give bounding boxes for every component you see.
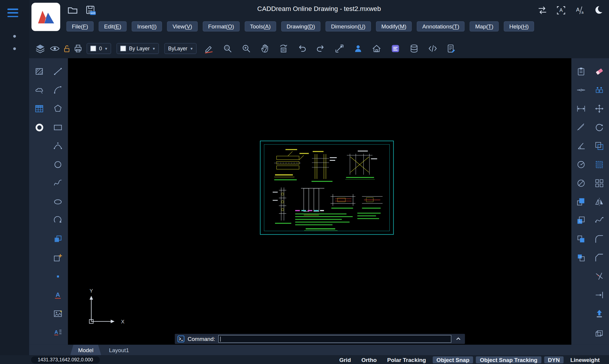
redo-button[interactable] [315, 43, 327, 54]
line-tool[interactable] [52, 66, 63, 77]
menu-modify[interactable]: Modify(M) [376, 21, 412, 31]
spline-tool[interactable] [52, 178, 63, 189]
main-toolbar: 0 ▾ By Layer ▾ ByLayer ▾ 90 [29, 39, 609, 58]
color-dropdown[interactable]: By Layer ▾ [116, 43, 159, 54]
toggle-dyn[interactable]: DYN [544, 356, 564, 363]
arc-tool[interactable] [52, 85, 63, 96]
menu-help[interactable]: Help(H) [504, 21, 534, 31]
distance-tool[interactable] [576, 103, 586, 114]
break-tool[interactable] [576, 85, 586, 96]
trim-tool[interactable] [594, 271, 605, 282]
toggle-ortho[interactable]: Ortho [357, 356, 381, 363]
undo-button[interactable] [296, 43, 308, 54]
array-tool[interactable] [594, 178, 605, 189]
donut-tool[interactable] [34, 122, 45, 133]
create-block-tool[interactable] [52, 252, 63, 263]
menu-tools[interactable]: Tools(A) [244, 21, 276, 31]
menu-dimension[interactable]: Dimension(U) [326, 21, 371, 31]
selection-window-tool[interactable] [594, 159, 605, 170]
drawing-canvas[interactable]: Y X Command: [68, 58, 571, 345]
layers-panel-button[interactable] [34, 43, 46, 54]
menu-insert[interactable]: Insert(I) [132, 21, 162, 31]
tab-model[interactable]: Model [70, 345, 101, 355]
zoom-window-button[interactable] [222, 43, 233, 54]
layer-color-swatch [90, 46, 96, 51]
database-button[interactable] [408, 43, 420, 54]
menu-map[interactable]: Map(T) [470, 21, 499, 31]
bring-above-tool[interactable] [576, 234, 586, 245]
fillet-tool[interactable] [594, 234, 605, 245]
toggle-lineweight[interactable]: Lineweight [566, 356, 603, 363]
print-button[interactable] [72, 43, 84, 54]
tab-layout1[interactable]: Layout1 [101, 345, 137, 355]
text-tool[interactable]: A [52, 290, 63, 301]
toggle-object-snap-tracking[interactable]: Object Snap Tracking [476, 356, 541, 363]
insert-block-tool[interactable] [52, 234, 63, 245]
menu-drawing[interactable]: Drawing(D) [281, 21, 321, 31]
user-button[interactable] [352, 43, 364, 54]
order-up-tool[interactable] [594, 308, 605, 319]
svg-text:Y: Y [89, 288, 93, 294]
rotate-90-button[interactable]: 90 [278, 43, 289, 54]
erase-tool[interactable] [594, 66, 605, 77]
find-text-icon[interactable]: A [555, 5, 566, 16]
zoom-extents-button[interactable] [240, 43, 252, 54]
revolve-tool[interactable] [52, 215, 63, 226]
hatch-tool[interactable] [34, 66, 45, 77]
radius-dimension-tool[interactable] [576, 159, 586, 170]
toggle-polar-tracking[interactable]: Polar Tracking [383, 356, 430, 363]
menu-edit[interactable]: Edit(E) [99, 21, 127, 31]
revision-cloud-tool[interactable] [34, 85, 45, 96]
layer-lock-button[interactable] [60, 43, 72, 54]
offset-tool[interactable] [594, 140, 605, 151]
circle-tool[interactable] [52, 159, 63, 170]
measure-tool[interactable] [576, 122, 586, 133]
table-tool[interactable] [34, 103, 45, 114]
toggle-grid[interactable]: Grid [335, 356, 355, 363]
sync-arrows-icon[interactable] [537, 5, 548, 16]
menu-format[interactable]: Format(O) [203, 21, 239, 31]
svg-text:X: X [121, 319, 124, 325]
send-below-tool[interactable] [576, 252, 586, 263]
menu-annotations[interactable]: Annotations(T) [417, 21, 465, 31]
menu-file[interactable]: File(F) [66, 21, 94, 31]
mirror-tool[interactable] [594, 196, 605, 207]
edit-spline-tool[interactable] [594, 215, 605, 226]
command-input[interactable] [221, 336, 451, 342]
copy-with-basepoint-tool[interactable] [594, 85, 605, 96]
rectangle-tool[interactable] [52, 122, 63, 133]
send-to-back-tool[interactable] [576, 215, 586, 226]
pan-button[interactable] [259, 43, 271, 54]
toggle-object-snap[interactable]: Object Snap [433, 356, 473, 363]
match-properties-button[interactable] [203, 43, 215, 54]
image-tool[interactable] [52, 308, 63, 319]
arc-3point-tool[interactable] [52, 140, 63, 151]
move-tool[interactable] [594, 103, 605, 114]
layer-dropdown[interactable]: 0 ▾ [87, 43, 111, 54]
paste-tool[interactable] [576, 66, 586, 77]
chamfer-tool[interactable] [594, 252, 605, 263]
code-button[interactable] [427, 43, 438, 54]
box-3d-tool[interactable] [594, 327, 605, 338]
linetype-dropdown[interactable]: ByLayer ▾ [164, 43, 196, 54]
point-tool[interactable] [52, 271, 63, 282]
command-expand-button[interactable] [454, 335, 462, 343]
layer-visibility-button[interactable] [49, 43, 60, 54]
script-editor-button[interactable] [445, 43, 457, 54]
pdf-export-button[interactable] [389, 43, 401, 54]
extend-tool[interactable] [594, 290, 605, 301]
diameter-dimension-tool[interactable] [576, 178, 586, 189]
scale-button[interactable] [334, 43, 345, 54]
dark-mode-icon[interactable] [593, 5, 604, 16]
rotate-tool[interactable] [594, 122, 605, 133]
app-window: web CADDream Online Drawing - test2.mxwe… [0, 0, 609, 364]
hamburger-menu-icon[interactable] [7, 9, 18, 17]
polygon-tool[interactable] [52, 103, 63, 114]
ellipse-tool[interactable] [52, 196, 63, 207]
home-button[interactable] [371, 43, 383, 54]
text-style-tool[interactable]: A [52, 327, 63, 338]
angle-tool[interactable] [576, 140, 586, 151]
translate-icon[interactable]: A a [574, 5, 585, 16]
menu-view[interactable]: View(V) [167, 21, 198, 31]
bring-to-front-tool[interactable] [576, 196, 586, 207]
